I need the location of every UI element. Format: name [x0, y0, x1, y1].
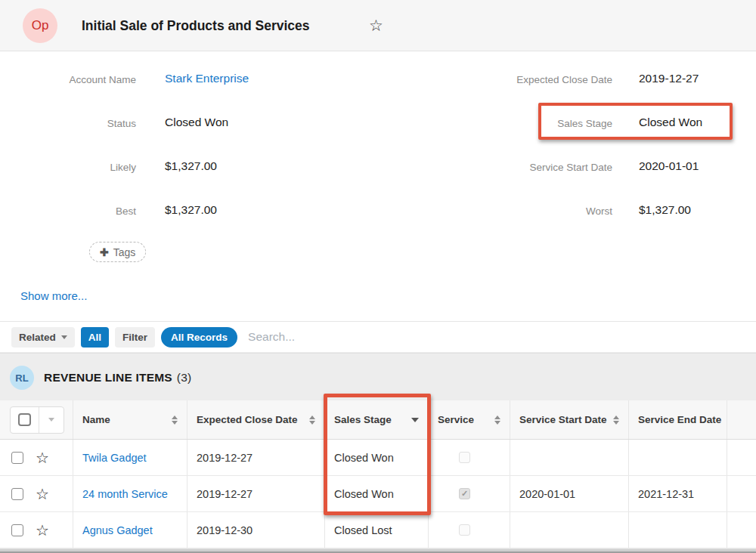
table-row: ☆ Twila Gadget 2019-12-27 Closed Won: [0, 440, 756, 476]
show-more-link[interactable]: Show more...: [20, 289, 87, 302]
row-filler-cell: [727, 512, 756, 548]
service-start-date-cell: [510, 512, 629, 548]
related-dropdown-button[interactable]: Related: [11, 327, 75, 348]
detail-fields-left: Account Name Stark Enterprise Status Clo…: [0, 72, 378, 247]
all-records-filter-button[interactable]: All Records: [161, 327, 237, 348]
record-link[interactable]: Twila Gadget: [82, 452, 147, 464]
field-best: Best $1,327.00: [0, 203, 378, 247]
chevron-down-icon: [61, 335, 67, 339]
record-link[interactable]: Agnus Gadget: [82, 524, 153, 536]
column-header-service-start-date[interactable]: Service Start Date: [510, 400, 629, 439]
row-select-cell: ☆: [0, 476, 73, 511]
favorite-star-icon[interactable]: ☆: [36, 487, 49, 502]
expected-close-date-cell: 2019-12-27: [187, 476, 325, 511]
sales-stage-cell: Closed Lost: [325, 512, 429, 548]
field-worst: Worst $1,327.00: [378, 203, 756, 247]
service-cell: [429, 512, 510, 548]
service-end-date-cell: [629, 512, 727, 548]
record-link[interactable]: 24 month Service: [82, 488, 168, 500]
sales-stage-value: Closed Won: [639, 116, 702, 129]
field-expected-close-date: Expected Close Date 2019-12-27: [378, 72, 756, 116]
chevron-down-icon: [48, 418, 54, 422]
favorite-star-icon[interactable]: ☆: [369, 0, 383, 51]
column-header-service-end-date[interactable]: Service End Date: [629, 400, 727, 439]
table-header-row: Name Expected Close Date Sales Stage Ser…: [0, 400, 756, 440]
record-header: Op Initial Sale of Products and Services…: [0, 0, 756, 51]
field-label: Expected Close Date: [378, 72, 612, 85]
search-input[interactable]: [248, 330, 756, 344]
table-row: ☆ 24 month Service 2019-12-27 Closed Won…: [0, 476, 756, 512]
field-service-start-date: Service Start Date 2020-01-01: [378, 159, 756, 203]
filter-button[interactable]: Filter: [115, 327, 155, 348]
expected-close-date-cell: 2019-12-30: [187, 512, 325, 548]
detail-fields-right: Expected Close Date 2019-12-27 Sales Sta…: [378, 72, 756, 247]
tags-button-label: Tags: [113, 246, 136, 258]
row-select-cell: ☆: [0, 440, 73, 475]
add-tags-button[interactable]: ✚ Tags: [89, 242, 146, 262]
expected-close-date-value: 2019-12-27: [639, 72, 699, 85]
service-checkbox: [459, 524, 470, 536]
service-cell: [429, 440, 510, 475]
column-header-name[interactable]: Name: [73, 400, 187, 439]
expected-close-date-cell: 2019-12-27: [187, 440, 325, 475]
column-header-service[interactable]: Service: [429, 400, 510, 439]
field-label: Service Start Date: [378, 159, 612, 173]
sort-icon: [613, 416, 619, 425]
row-checkbox[interactable]: [11, 488, 23, 500]
service-end-date-cell: [629, 440, 727, 475]
select-all-checkbox[interactable]: [18, 413, 31, 426]
service-checkbox: [459, 452, 470, 463]
field-label: Best: [0, 203, 136, 217]
field-label: Likely: [0, 159, 136, 173]
row-select-cell: ☆: [0, 512, 73, 548]
page-title: Initial Sale of Products and Services: [82, 0, 310, 51]
plus-icon: ✚: [100, 246, 109, 258]
field-status: Status Closed Won: [0, 116, 378, 159]
row-filler-cell: [727, 476, 756, 511]
favorite-star-icon[interactable]: ☆: [36, 523, 49, 538]
row-filler-cell: [727, 440, 756, 475]
panel-title: REVENUE LINE ITEMS (3): [44, 354, 191, 401]
field-label: Account Name: [0, 72, 136, 85]
name-cell: Agnus Gadget: [73, 512, 187, 548]
sort-icon: [172, 416, 178, 425]
field-sales-stage: Sales Stage Closed Won: [378, 116, 756, 159]
sales-stage-cell: Closed Won: [325, 440, 429, 475]
select-all-checkbox-wrap[interactable]: [11, 407, 39, 433]
status-value: Closed Won: [165, 116, 228, 129]
header-filler-cell: [727, 400, 756, 439]
likely-value: $1,327.00: [165, 159, 217, 173]
sort-icon: [494, 416, 500, 425]
sales-stage-cell: Closed Won: [325, 476, 429, 511]
related-dropdown-label: Related: [19, 332, 56, 343]
select-all-split-button[interactable]: [10, 406, 64, 434]
sort-icon: [309, 416, 315, 425]
field-label: Status: [0, 116, 136, 129]
column-header-sales-stage[interactable]: Sales Stage: [325, 400, 429, 439]
service-start-date-value: 2020-01-01: [639, 159, 699, 173]
opportunity-avatar-initials: Op: [32, 18, 49, 33]
revenue-line-items-avatar: RL: [10, 366, 34, 390]
revenue-line-items-avatar-initials: RL: [15, 372, 28, 384]
service-checkbox: [459, 488, 470, 499]
panel-title-text: REVENUE LINE ITEMS: [44, 371, 172, 385]
best-value: $1,327.00: [165, 203, 217, 217]
column-header-expected-close-date[interactable]: Expected Close Date: [187, 400, 325, 439]
service-start-date-cell: [510, 440, 629, 475]
account-name-link[interactable]: Stark Enterprise: [165, 72, 249, 85]
bottom-divider: [0, 548, 756, 553]
row-checkbox[interactable]: [11, 524, 23, 536]
revenue-line-items-panel-header: RL REVENUE LINE ITEMS (3): [0, 353, 756, 400]
field-likely: Likely $1,327.00: [0, 159, 378, 203]
field-label: Sales Stage: [378, 116, 612, 129]
select-actions-dropdown[interactable]: [39, 407, 64, 433]
row-checkbox[interactable]: [11, 452, 23, 464]
opportunity-avatar: Op: [23, 8, 57, 43]
name-cell: Twila Gadget: [73, 440, 187, 475]
opportunity-record-page: Op Initial Sale of Products and Services…: [0, 0, 756, 553]
all-modules-button[interactable]: All: [81, 327, 109, 348]
favorite-star-icon[interactable]: ☆: [36, 450, 49, 465]
related-toolbar: Related All Filter All Records: [0, 321, 756, 353]
field-label: Worst: [378, 203, 612, 217]
sort-desc-icon: [411, 418, 419, 422]
